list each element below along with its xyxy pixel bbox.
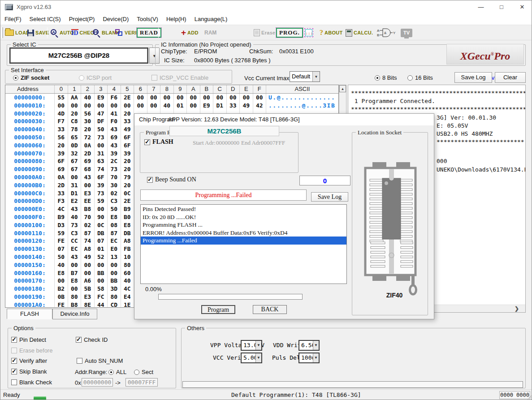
chip-type-label: ChipType: [161, 48, 187, 55]
radio-icon [108, 370, 114, 375]
question-icon: ? [320, 29, 323, 37]
verify-squares-icon [115, 29, 123, 36]
taskbar-peek-icon [34, 396, 46, 400]
scroll-up-icon[interactable]: ▲ [339, 85, 346, 92]
progress-bar [158, 294, 303, 300]
chevron-down-icon: ▼ [313, 341, 319, 350]
socket-lever [411, 274, 415, 285]
svg-text:&: & [384, 31, 387, 35]
dialog-log-line[interactable]: Programming ...Failed [141, 237, 346, 245]
calculator-button[interactable]: CALCU. [346, 27, 373, 39]
vcc-verify-select[interactable]: 5.00V ▼ [241, 353, 262, 363]
bits8-radio[interactable]: 8 Bits [375, 74, 397, 81]
checkbox-icon [11, 337, 17, 343]
auto-button[interactable]: A AUTO [51, 27, 74, 39]
addr-range-sect-radio[interactable]: Sect [134, 369, 153, 375]
menu-item[interactable]: Language(L) [190, 14, 232, 22]
pin-detect-checkbox[interactable]: Pin Detect [11, 336, 46, 343]
radio-icon [375, 75, 380, 81]
end-adr-label: End Adr: [241, 139, 262, 146]
vcc-imax-select[interactable]: Default ▼ [290, 71, 320, 82]
magnifier-icon: A [51, 29, 58, 37]
erase-before-checkbox[interactable]: Erase before [11, 347, 52, 354]
back-button[interactable]: BACK [253, 305, 287, 314]
ram-button[interactable]: RAM [204, 27, 216, 39]
svg-text:Y: Y [393, 31, 396, 35]
status-counter: 0000 0000 [499, 391, 530, 399]
vpp-voltage-select[interactable]: 13.00V ▼ [241, 340, 262, 351]
chip-test-button[interactable]: ↓↓↓ [304, 27, 313, 39]
addr-to-field[interactable]: 00007FFF [125, 378, 158, 387]
about-button[interactable]: ? ABOUT [320, 27, 343, 39]
save-button[interactable]: SAVE [27, 27, 49, 39]
prog-button[interactable]: PROG. [276, 27, 303, 39]
ic-size-label: IC Size: [164, 57, 185, 64]
toolbar-separator [158, 27, 159, 38]
addr-from-field[interactable]: 00000000 [82, 378, 113, 387]
progress-percent: 0.00% [145, 286, 162, 292]
dialog-log-list[interactable]: Pins Detected Passed!ID: 0x 20 8D ......… [140, 204, 347, 284]
verify-after-checkbox[interactable]: Verify after [11, 357, 47, 364]
logic-test-button[interactable]: A B & Y [377, 27, 396, 39]
checkbox-icon [11, 358, 17, 364]
tab-flash[interactable]: FLASH [7, 309, 52, 319]
radio-icon [13, 75, 18, 81]
beep-sound-checkbox[interactable]: Beep Sound ON [147, 176, 196, 183]
checkbox-icon [11, 379, 17, 385]
dialog-log-line[interactable]: Programming FLASH ... [141, 221, 346, 229]
magnifier-ff-icon: FF [93, 29, 100, 37]
toolbar-grip [1, 27, 3, 38]
chevron-down-icon: ▼ [312, 72, 320, 82]
device-counter: 0 [299, 176, 350, 185]
tab-device-info[interactable]: Device.Info [52, 309, 97, 319]
menu-item[interactable]: File(F) [0, 14, 26, 22]
toolbar: LOAD SAVE A AUTO ID CHECK FF BLANK VERIF… [0, 25, 532, 40]
dialog-save-log-button[interactable]: Save Log [311, 192, 348, 202]
checkbox-icon [77, 358, 82, 364]
menu-item[interactable]: Tools(V) [133, 14, 162, 22]
dialog-log-line[interactable]: ERROR! Address:0x000004 Buffer Data:0xF6… [141, 229, 346, 237]
save-log-button[interactable]: Save Log [454, 72, 492, 83]
addr-range-label: Addr.Range: [75, 369, 107, 375]
menu-item[interactable]: Device(D) [99, 14, 133, 22]
chevron-down-icon: ▼ [313, 353, 319, 362]
flash-checkbox[interactable]: FLASH [144, 138, 173, 146]
erase-button[interactable]: Erase [254, 27, 275, 39]
icsp-port-radio[interactable]: ICSP port [79, 74, 112, 81]
vdd-write-select[interactable]: 6.50V ▼ [298, 340, 320, 351]
resize-grip[interactable] [527, 395, 532, 400]
dialog-log-line[interactable]: ID: 0x 20 8D ......OK! [141, 213, 346, 221]
title-bar: Xgpro v12.63 — □ ✕ [0, 0, 532, 14]
hex-row: 00000000:55AA40E9F62E0000000000000000000… [5, 94, 338, 102]
skip-blank-checkbox[interactable]: Skip Blank [11, 368, 47, 375]
addr-range-all-radio[interactable]: ALL [108, 369, 126, 375]
scroll-right-icon[interactable]: ❯ [515, 305, 519, 312]
ic-select-value[interactable]: M27C256B @DIP28 [9, 47, 148, 64]
read-button[interactable]: READ [137, 27, 161, 39]
vcc-imax-label: Vcc Current Imax: [244, 75, 291, 82]
close-button[interactable]: ✕ [512, 0, 532, 14]
minimize-button[interactable]: — [471, 0, 491, 14]
add-button[interactable]: + ADD [181, 27, 199, 39]
check-id-checkbox[interactable]: Check ID [76, 336, 108, 343]
checkbox-icon [76, 337, 82, 343]
bits16-radio[interactable]: 16 Bits [407, 74, 433, 81]
menu-item[interactable]: Help(H) [162, 14, 190, 22]
status-programmer: Default Programmer(1): T48 [TL866-3G] [231, 391, 361, 398]
program-button[interactable]: Program [201, 305, 235, 314]
maximize-button[interactable]: □ [491, 0, 512, 14]
zif-socket-radio[interactable]: ZIF socket [13, 74, 49, 81]
auto-sn-checkbox[interactable]: Auto SN_NUM [77, 357, 123, 364]
icsp-vcc-checkbox[interactable]: ICSP_VCC Enable [151, 74, 208, 81]
radio-icon [134, 370, 139, 375]
tv-button[interactable]: TV [401, 27, 412, 39]
dialog-log-line[interactable]: Pins Detected Passed! [141, 205, 346, 213]
menu-item[interactable]: Project(P) [65, 14, 99, 22]
dialog-title-bar[interactable]: Chip Program APP Version: 12.63 Device M… [134, 114, 434, 125]
puls-delay-select[interactable]: 100us ▼ [298, 353, 320, 363]
clear-button[interactable]: Clear [495, 72, 526, 83]
hex-prefix-label: 0x [75, 379, 81, 386]
menu-item[interactable]: Select IC(S) [26, 14, 65, 22]
load-button[interactable]: LOAD [5, 27, 30, 39]
blank-check-checkbox[interactable]: Blank Check [11, 379, 52, 386]
